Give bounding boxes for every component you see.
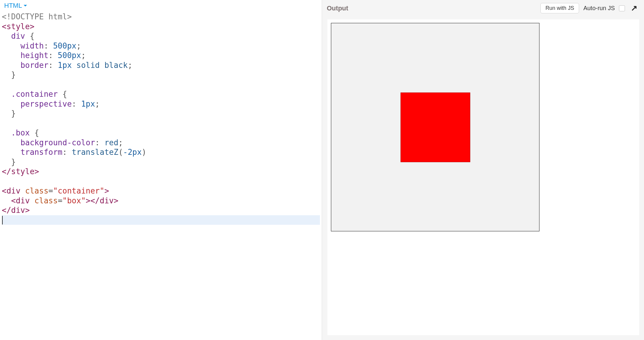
code-line: width: 500px; [2, 41, 320, 51]
code-line: </style> [2, 167, 320, 177]
run-with-js-button[interactable]: Run with JS [540, 3, 579, 13]
code-line [2, 215, 320, 225]
rendered-output [331, 23, 636, 332]
autorun-checkbox[interactable] [619, 5, 625, 11]
output-frame [327, 19, 639, 335]
code-line: <style> [2, 22, 320, 32]
code-line: } [2, 109, 320, 118]
code-line: border: 1px solid black; [2, 60, 320, 70]
code-line: </div> [2, 205, 320, 215]
code-line [2, 80, 320, 90]
code-line: height: 500px; [2, 51, 320, 60]
output-toolbar: Output Run with JS Auto-run JS ↗ [322, 0, 644, 16]
language-label: HTML [4, 2, 22, 10]
editor-toolbar: HTML [0, 0, 322, 11]
rendered-box-div [401, 93, 470, 162]
output-panel-title: Output [327, 4, 348, 12]
popout-icon[interactable]: ↗ [628, 4, 640, 13]
code-line: div { [2, 31, 320, 41]
rendered-container-div [331, 23, 539, 231]
code-line: <div class="box"></div> [2, 196, 320, 206]
code-line: .container { [2, 89, 320, 99]
output-panel: Output Run with JS Auto-run JS ↗ [322, 0, 644, 340]
code-line: } [2, 157, 320, 167]
code-line: background-color: red; [2, 138, 320, 148]
code-editor-panel: HTML <!DOCTYPE html><style> div { width:… [0, 0, 322, 340]
code-line: .box { [2, 128, 320, 138]
chevron-down-icon [23, 2, 27, 10]
code-line: perspective: 1px; [2, 99, 320, 109]
text-cursor [2, 216, 3, 224]
code-line: } [2, 70, 320, 80]
code-line: <div class="container"> [2, 186, 320, 196]
autorun-label: Auto-run JS [583, 5, 615, 12]
code-line: <!DOCTYPE html> [2, 12, 320, 22]
code-editor[interactable]: <!DOCTYPE html><style> div { width: 500p… [0, 11, 322, 340]
code-line [2, 118, 320, 128]
language-selector[interactable]: HTML [4, 2, 27, 10]
code-line: transform: translateZ(-2px) [2, 147, 320, 157]
code-line [2, 177, 320, 186]
